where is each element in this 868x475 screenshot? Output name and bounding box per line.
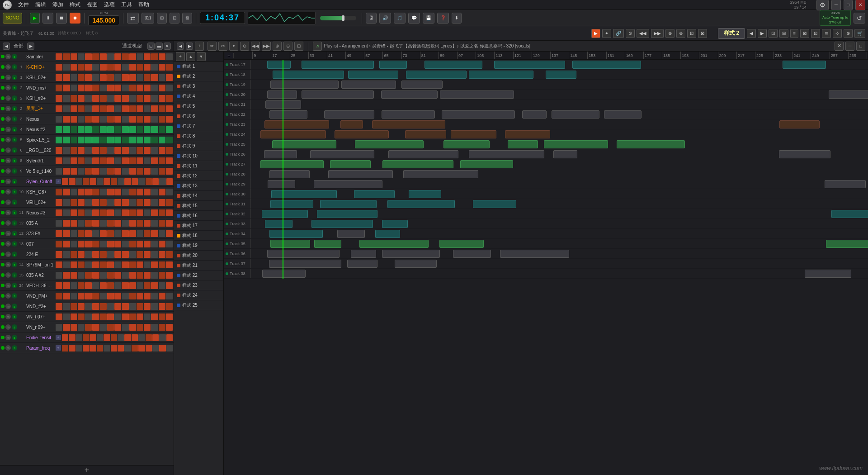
pad[interactable] [63,209,70,216]
track-label-7[interactable]: Track 24 [224,129,251,139]
pad[interactable] [100,220,107,227]
ch-add-28[interactable]: + [56,345,61,351]
help-btn[interactable]: ❓ [437,13,449,24]
track-block[interactable] [260,130,326,138]
ch-name-11[interactable]: Vo 5 e_t 140 [25,169,55,174]
pad[interactable] [159,345,165,352]
pad[interactable] [129,137,136,143]
ch-mute-11[interactable]: m [5,168,11,174]
pad[interactable] [92,53,99,60]
pad[interactable] [129,168,136,175]
pad[interactable] [78,293,85,299]
ch-name-19[interactable]: 224 E [25,252,55,257]
track-block[interactable] [317,210,377,218]
pad[interactable] [92,293,99,299]
track-label-18[interactable]: Track 35 [224,239,251,248]
pad[interactable] [56,126,62,133]
pad[interactable] [85,209,92,216]
ch-solo-16[interactable]: s [12,220,17,226]
pad[interactable] [92,157,99,164]
pad[interactable] [63,157,70,164]
pad[interactable] [122,199,128,206]
track-content-5[interactable] [251,109,868,119]
ch-solo-26[interactable]: s [12,324,17,330]
track-block[interactable] [604,110,642,119]
pad[interactable] [122,137,128,143]
track-block[interactable] [262,270,306,278]
pad[interactable] [63,53,70,60]
track-block[interactable] [260,160,324,168]
pad[interactable] [92,241,99,247]
track-block[interactable] [265,100,301,109]
track-label-21[interactable]: Track 38 [224,269,251,278]
pad[interactable] [92,272,99,279]
pad[interactable] [151,303,158,310]
pad[interactable] [137,157,143,164]
pad[interactable] [166,251,173,258]
ch-solo-6[interactable]: s [12,116,17,122]
pattern-item[interactable]: 样式 17 [174,221,223,231]
pad[interactable] [151,64,158,71]
pad[interactable] [71,137,77,143]
pad[interactable] [132,345,138,352]
pad[interactable] [122,157,128,164]
sample-tool-6[interactable]: ≋ [822,29,831,38]
pad[interactable] [144,116,151,123]
pad[interactable] [107,293,114,299]
track-block[interactable] [262,210,308,218]
pad[interactable] [151,53,158,60]
pad[interactable] [63,272,70,279]
pad[interactable] [144,74,151,81]
pad[interactable] [71,282,77,289]
ch-mute-4[interactable]: m [5,95,11,101]
ch-led-5[interactable] [1,107,5,110]
pad[interactable] [114,199,121,206]
pad[interactable] [166,324,173,331]
pad[interactable] [107,314,114,320]
pad[interactable] [159,199,165,206]
track-label-1[interactable]: Track 18 [224,70,251,79]
track-block[interactable] [330,160,371,168]
pad[interactable] [56,324,62,331]
menu-tools[interactable]: 工具 [121,1,132,9]
pad[interactable] [122,64,128,71]
pad[interactable] [63,147,70,154]
pad[interactable] [138,345,145,352]
pad[interactable] [166,178,173,185]
ch-solo-13[interactable]: s [12,189,17,195]
pad[interactable] [144,137,151,143]
pad[interactable] [122,220,128,227]
pad[interactable] [107,64,114,71]
pad[interactable] [92,282,99,289]
sample-tool-2[interactable]: ⊞ [779,29,788,38]
track-content-8[interactable] [251,139,868,149]
pad[interactable] [137,282,143,289]
transport-btn-4[interactable]: ⊡ [170,13,179,24]
pad[interactable] [71,303,77,310]
pad[interactable] [85,168,92,175]
pad[interactable] [78,220,85,227]
pad[interactable] [63,293,70,299]
pad[interactable] [63,105,70,112]
track-content-0[interactable] [251,60,868,69]
track-block[interactable] [272,140,336,148]
pad[interactable] [85,199,92,206]
pad[interactable] [137,261,143,268]
pad[interactable] [144,314,151,320]
ch-name-3[interactable]: VND_ms+ [25,86,55,90]
track-block[interactable] [443,140,490,148]
rack-close-btn[interactable]: ✕ [164,43,171,50]
menu-options[interactable]: 选项 [104,1,115,9]
track-block[interactable] [311,220,373,228]
pad[interactable] [129,199,136,206]
pattern-item[interactable]: 样式 7 [174,121,223,131]
pad[interactable] [100,147,107,154]
track-block[interactable] [379,61,407,69]
pad[interactable] [76,345,82,352]
pad[interactable] [159,261,165,268]
track-block[interactable] [440,90,514,99]
pad[interactable] [56,168,62,175]
pl-tool-9[interactable]: ⊡ [294,42,303,51]
pad[interactable] [92,324,99,331]
pad[interactable] [159,126,165,133]
